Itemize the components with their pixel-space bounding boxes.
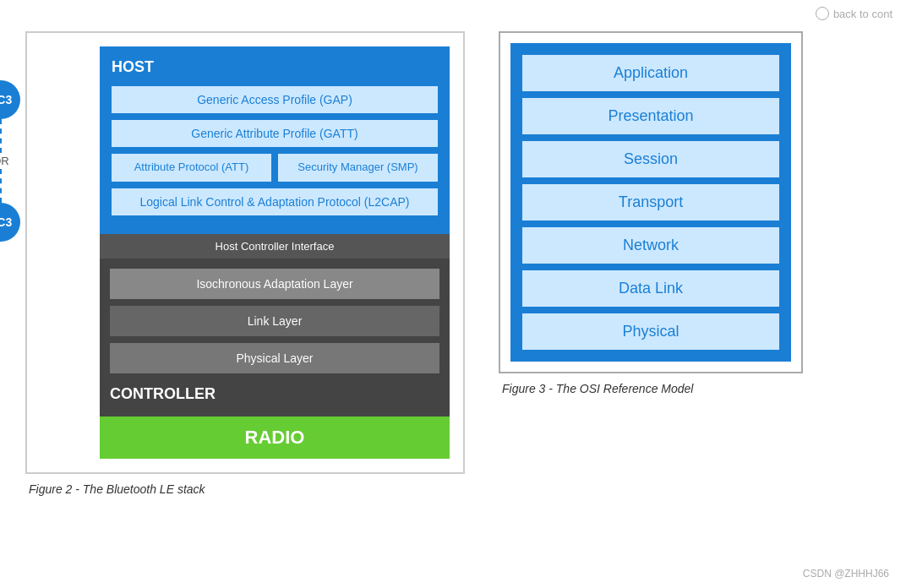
l2cap-bar: Logical Link Control & Adaptation Protoc…	[112, 188, 438, 215]
right-diagram: Application Presentation Session Transpo…	[499, 31, 803, 496]
osi-layer-physical: Physical	[522, 313, 779, 350]
osi-layer-transport: Transport	[522, 184, 779, 220]
back-to-contents[interactable]: back to cont	[816, 7, 892, 20]
right-figure-caption: Figure 3 - The OSI Reference Model	[499, 382, 803, 395]
back-icon	[816, 7, 829, 20]
smp-bar: Security Manager (SMP)	[278, 154, 438, 182]
lc3-circle-bottom: LC3	[0, 203, 20, 242]
back-label: back to cont	[833, 8, 892, 20]
physical-layer: Physical Layer	[110, 343, 439, 373]
left-diagram: LC3 OR LC3 HOST Generic Access Profile (…	[25, 31, 465, 496]
main-content: LC3 OR LC3 HOST Generic Access Profile (…	[0, 31, 906, 496]
ble-stack-inner: LC3 OR LC3 HOST Generic Access Profile (…	[41, 46, 450, 459]
gatt-bar: Generic Attribute Profile (GATT)	[112, 120, 438, 147]
hci-bar: Host Controller Interface	[100, 234, 450, 259]
iso-layer: Isochronous Adaptation Layer	[110, 269, 439, 299]
osi-layer-network: Network	[522, 227, 779, 264]
osi-outer: Application Presentation Session Transpo…	[510, 43, 791, 362]
link-layer: Link Layer	[110, 306, 439, 336]
osi-layer-datalink: Data Link	[522, 270, 779, 307]
controller-label: CONTROLLER	[110, 380, 439, 406]
host-label: HOST	[112, 58, 438, 76]
bottom-credit: CSDN @ZHHHJ66	[803, 568, 889, 580]
osi-layer-session: Session	[522, 141, 779, 177]
ble-stack-box: LC3 OR LC3 HOST Generic Access Profile (…	[25, 31, 465, 474]
lc3-side: LC3 OR LC3	[0, 80, 20, 242]
osi-layer-application: Application	[522, 55, 779, 91]
att-smp-row: Attribute Protocol (ATT) Security Manage…	[112, 154, 438, 182]
lc3-circle-top: LC3	[0, 80, 20, 119]
host-section: HOST Generic Access Profile (GAP) Generi…	[100, 46, 450, 234]
top-bar: back to cont	[0, 0, 906, 27]
or-label: OR	[0, 153, 9, 169]
att-bar: Attribute Protocol (ATT)	[112, 154, 271, 182]
dotted-line-bottom	[0, 169, 2, 203]
controller-section: Isochronous Adaptation Layer Link Layer …	[100, 259, 450, 416]
radio-bar: RADIO	[100, 416, 450, 459]
osi-box: Application Presentation Session Transpo…	[499, 31, 803, 373]
left-figure-caption: Figure 2 - The Bluetooth LE stack	[25, 482, 465, 496]
gap-bar: Generic Access Profile (GAP)	[112, 86, 438, 113]
osi-layer-presentation: Presentation	[522, 98, 779, 134]
dotted-line-top	[0, 119, 2, 153]
